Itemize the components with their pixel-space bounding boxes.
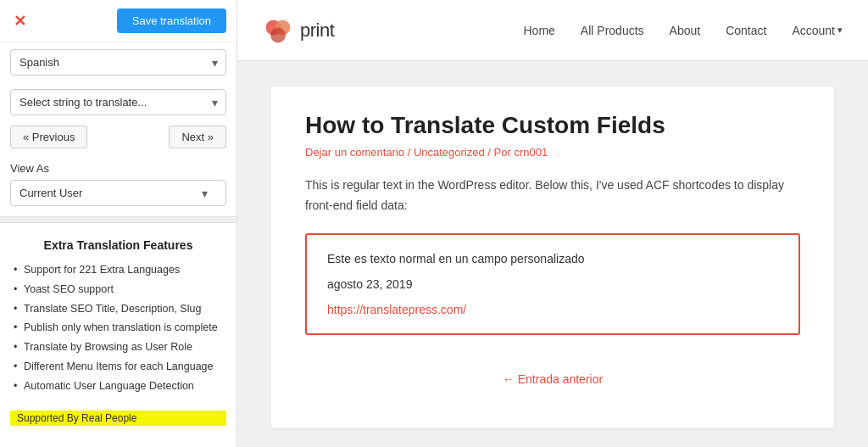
translation-panel: ✕ Save translation Spanish French German… [0,0,237,447]
article-intro: This is regular text in the WordPress ed… [305,176,800,216]
close-button[interactable]: ✕ [10,14,30,29]
language-select-wrapper: Spanish French German [0,42,236,82]
panel-top-bar: ✕ Save translation [0,0,236,42]
list-item: Publish only when translation is complet… [12,318,225,338]
list-item: Automatic User Language Detection [12,377,225,396]
svg-point-2 [270,27,286,42]
current-user-select[interactable]: Current User Subscriber Administrator [10,180,226,206]
panel-divider [0,216,236,223]
nav-contact[interactable]: Contact [726,24,766,37]
chevron-down-icon: ▾ [837,25,843,36]
list-item: Yoast SEO support [12,280,225,299]
nav-links: Home All Products About Contact Account … [524,24,843,37]
nav-about[interactable]: About [670,24,701,37]
supported-badge: Supported By Real People [10,411,226,426]
list-item: Translate SEO Title, Description, Slug [12,299,225,319]
translated-content-box: Este es texto normal en un campo persona… [305,233,800,335]
current-user-select-wrapper: Current User Subscriber Administrator [10,180,226,206]
article-meta: Dejar un comentario / Uncategorized / Po… [305,146,800,159]
view-as-section: View As Current User Subscriber Administ… [0,155,236,210]
logo-icon [263,15,293,46]
features-list: Support for 221 Extra Languages Yoast SE… [12,260,225,395]
logo-area: print [263,15,334,46]
article-card: How to Translate Custom Fields Dejar un … [271,87,834,428]
prev-post-link[interactable]: ← Entrada anterior [503,372,603,386]
list-item: Different Menu Items for each Language [12,357,225,377]
prev-post-nav: ← Entrada anterior [305,355,800,403]
nav-account-label: Account [792,24,835,37]
previous-button[interactable]: « Previous [10,126,87,148]
string-select-wrapper: Select string to translate... [0,82,236,122]
nav-home[interactable]: Home [524,24,555,37]
main-content-area: print Home All Products About Contact Ac… [237,0,868,447]
list-item: Support for 221 Extra Languages [12,260,225,280]
string-select[interactable]: Select string to translate... [10,89,226,115]
top-navigation: print Home All Products About Contact Ac… [237,0,868,61]
nav-all-products[interactable]: All Products [581,24,644,37]
translated-text: Este es texto normal en un campo persona… [327,252,778,265]
nav-buttons-group: « Previous Next » [0,122,236,155]
translated-date: agosto 23, 2019 [327,277,778,291]
view-as-label: View As [10,162,226,175]
translated-link[interactable]: https://translatepress.com/ [327,303,466,316]
extra-features-section: Extra Translation Features Support for 2… [0,230,236,404]
list-item: Translate by Browsing as User Role [12,338,225,357]
page-main-content: How to Translate Custom Fields Dejar un … [237,61,868,447]
nav-account[interactable]: Account ▾ [792,24,843,37]
language-select[interactable]: Spanish French German [10,49,226,75]
next-button[interactable]: Next » [169,126,226,148]
extra-features-title: Extra Translation Features [12,238,225,252]
logo-text: print [300,20,334,42]
save-translation-button[interactable]: Save translation [117,8,226,33]
article-title: How to Translate Custom Fields [305,112,800,139]
